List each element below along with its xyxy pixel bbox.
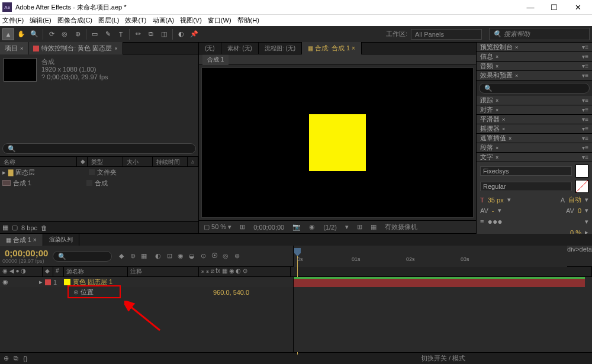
workspace-dropdown[interactable]: All Panels: [411, 29, 482, 40]
font-family-dropdown[interactable]: Fixedsys: [480, 166, 572, 176]
rotate-tool[interactable]: ⟳: [46, 28, 57, 40]
selection-tool[interactable]: ▲: [2, 28, 14, 40]
viewer-tab-material[interactable]: 素材: (无): [221, 43, 259, 54]
hand-tool[interactable]: ✋: [15, 28, 27, 40]
project-search[interactable]: [2, 143, 196, 154]
tracking-value[interactable]: 0: [578, 207, 581, 214]
fx-search[interactable]: [479, 83, 590, 94]
panel-align[interactable]: 对齐×▾≡: [477, 105, 592, 115]
col-menu[interactable]: ▵: [188, 157, 198, 166]
panel-smooth[interactable]: 平滑器×▾≡: [477, 115, 592, 124]
menu-anim[interactable]: 动画(A): [153, 16, 175, 25]
channel-icon[interactable]: ◉: [307, 223, 317, 231]
bpc-toggle[interactable]: 8 bpc: [21, 224, 37, 231]
col-type[interactable]: 类型: [88, 157, 123, 166]
font-size-value[interactable]: 35 px: [488, 197, 504, 204]
panel-paragraph[interactable]: 段落×▾≡: [477, 143, 592, 153]
tl-icon-7[interactable]: ◒: [187, 252, 197, 260]
panel-track[interactable]: 跟踪×▾≡: [477, 96, 592, 105]
tl-col-comment[interactable]: 注释: [128, 267, 199, 276]
viewer-tab-none[interactable]: (无): [199, 43, 221, 54]
tl-icon-8[interactable]: ⊙: [198, 252, 208, 260]
close-button[interactable]: ✕: [566, 0, 590, 14]
tl-icon-10[interactable]: ◎: [221, 252, 230, 260]
grid-icon[interactable]: ⊞: [355, 223, 365, 231]
menu-file[interactable]: 文件(F): [2, 16, 24, 25]
timeline-tracks[interactable]: [293, 277, 592, 352]
interpret-icon[interactable]: ▦: [2, 224, 8, 231]
timecode-display[interactable]: 0;00;00;00: [5, 248, 48, 258]
stamp-tool[interactable]: ⧉: [145, 28, 157, 40]
menu-comp[interactable]: 图像合成(C): [57, 16, 92, 25]
tl-icon-3[interactable]: ▦: [139, 252, 149, 260]
viewport[interactable]: [201, 67, 474, 218]
tl-col-source[interactable]: 源名称: [64, 267, 128, 276]
col-duration[interactable]: 持续时间: [153, 157, 188, 166]
tl-icon-2[interactable]: ⊕: [128, 252, 137, 260]
res-icon[interactable]: ⊞: [237, 223, 247, 231]
delete-icon[interactable]: 🗑: [41, 224, 47, 231]
toggle-switches[interactable]: 切换开关 / 模式: [421, 354, 465, 363]
res-dropdown[interactable]: (1/2): [321, 224, 339, 231]
menu-edit[interactable]: 编辑(E): [30, 16, 52, 25]
font-style-dropdown[interactable]: Regular: [480, 182, 572, 191]
time-display[interactable]: 0;00;00;00: [251, 224, 287, 231]
panel-mask[interactable]: 遮罩插值×▾≡: [477, 134, 592, 143]
time-ruler[interactable]: 0s 01s 02s 03s: [293, 246, 567, 267]
col-name[interactable]: 名称: [0, 157, 77, 166]
tl-icon-6[interactable]: ◉: [176, 252, 185, 260]
camera-dropdown[interactable]: 有效摄像机: [382, 223, 420, 231]
roto-tool[interactable]: ◐: [175, 28, 187, 40]
viewer-tab-flow[interactable]: 流程图: (无): [259, 43, 302, 54]
panel-text[interactable]: 文字×▾≡: [477, 153, 592, 162]
help-search[interactable]: 🔍 搜索帮助: [489, 28, 590, 40]
layer-bar[interactable]: [294, 279, 585, 287]
tl-footer-icon-2[interactable]: ⧉: [14, 355, 18, 362]
project-item-comp[interactable]: 合成 1 合成: [0, 178, 198, 188]
tl-tab-comp[interactable]: ▦ 合成 1 ×: [0, 234, 43, 246]
camera-tool[interactable]: ◎: [59, 28, 70, 40]
eraser-tool[interactable]: ◫: [158, 28, 170, 40]
text-tool[interactable]: T: [115, 28, 127, 40]
layer-row[interactable]: ◉ ▸ 1 黄色 固态层 1: [0, 277, 293, 287]
menu-effect[interactable]: 效果(T): [125, 16, 146, 25]
minimize-button[interactable]: —: [519, 0, 542, 14]
menu-view[interactable]: 视图(V): [180, 16, 202, 25]
pen-tool[interactable]: ✎: [102, 28, 114, 40]
tab-fx-controls[interactable]: 特效控制台: 黄色 固态层 ×: [28, 42, 123, 54]
visibility-toggle[interactable]: ◉: [2, 278, 11, 286]
menu-help[interactable]: 帮助(H): [237, 16, 259, 25]
panel-info[interactable]: 信息×▾≡: [477, 52, 592, 62]
menu-layer[interactable]: 图层(L): [98, 16, 119, 25]
maximize-button[interactable]: ☐: [542, 0, 566, 14]
property-row[interactable]: ⊙ 位置 960.0, 540.0: [0, 287, 293, 297]
zoom-dropdown[interactable]: ▢ 50 % ▾: [201, 223, 234, 231]
panel-fx[interactable]: 效果和预置×▾≡: [477, 71, 592, 80]
tl-icon-5[interactable]: ⊡: [165, 252, 174, 260]
tab-project[interactable]: 项目 ×: [0, 42, 28, 54]
zoom-tool[interactable]: 🔍: [28, 28, 40, 40]
label-color[interactable]: [45, 279, 51, 285]
yellow-solid[interactable]: [309, 114, 366, 171]
stroke-swatch[interactable]: [575, 180, 588, 193]
view-icon[interactable]: ▦: [368, 223, 379, 231]
col-label[interactable]: ◆: [77, 157, 88, 166]
menu-window[interactable]: 窗口(W): [208, 16, 231, 25]
property-value[interactable]: 960.0, 540.0: [213, 289, 249, 296]
project-item-folder[interactable]: ▸▇ 固态层 文件夹: [0, 167, 198, 178]
panel-audio[interactable]: 音频×▾≡: [477, 62, 592, 71]
tl-icon-1[interactable]: ◆: [117, 252, 126, 260]
rect-tool[interactable]: ▭: [89, 28, 101, 40]
viewer-tab-comp[interactable]: ▦ 合成: 合成 1 ×: [302, 42, 362, 54]
kerning-value[interactable]: -: [492, 207, 494, 214]
tl-icon-4[interactable]: ◐: [153, 252, 163, 260]
viewer-subtab[interactable]: 合成 1: [202, 54, 229, 65]
tl-footer-icon-1[interactable]: ⊕: [4, 355, 9, 362]
anchor-tool[interactable]: ⊕: [72, 28, 83, 40]
tl-tab-render[interactable]: 渲染队列: [43, 234, 79, 246]
timeline-search[interactable]: [53, 251, 112, 262]
fill-swatch[interactable]: [575, 165, 588, 178]
tl-footer-icon-3[interactable]: {}: [23, 355, 27, 362]
leading-value[interactable]: 自动: [568, 195, 581, 204]
puppet-tool[interactable]: 📌: [188, 28, 200, 40]
